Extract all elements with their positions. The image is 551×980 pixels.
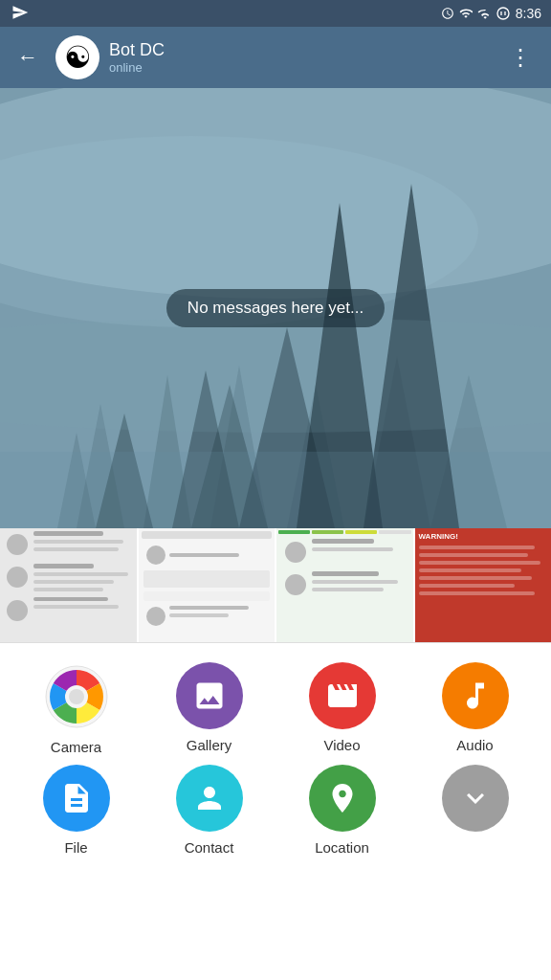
camera-label: Camera [51, 739, 101, 755]
gallery-item[interactable]: Gallery [157, 662, 262, 755]
svg-point-0 [497, 8, 509, 19]
chat-background: No messages here yet... [0, 88, 551, 528]
chat-name: Bot DC [109, 40, 492, 60]
status-icons: 8:36 [441, 6, 541, 21]
svg-rect-17 [0, 452, 551, 528]
status-time: 8:36 [516, 6, 541, 21]
gallery-label: Gallery [187, 737, 232, 753]
audio-icon-bg [442, 662, 509, 729]
avatar: ☯ [55, 35, 99, 79]
contact-label: Contact [185, 839, 234, 856]
contact-icon-bg [176, 765, 243, 832]
gallery-icon-bg [176, 662, 243, 729]
header-info: Bot DC online [109, 40, 492, 75]
screenshot-2[interactable] [139, 528, 277, 643]
attachment-grid: Camera Gallery Video [0, 643, 551, 875]
location-icon-bg [309, 765, 376, 832]
location-svg [325, 781, 360, 815]
more-item[interactable] [423, 765, 528, 856]
file-icon-bg [43, 765, 110, 832]
audio-item[interactable]: Audio [423, 662, 528, 755]
contact-svg [192, 781, 227, 815]
video-item[interactable]: Video [290, 662, 395, 755]
file-item[interactable]: File [24, 765, 129, 856]
video-svg [325, 679, 360, 713]
gallery-svg [192, 679, 227, 713]
contact-item[interactable]: Contact [157, 765, 262, 856]
signal-icon [477, 7, 491, 20]
camera-icon-bg [42, 662, 111, 731]
online-status: online [109, 60, 492, 75]
video-icon-bg [309, 662, 376, 729]
screenshot-3[interactable] [276, 528, 415, 643]
alarm-icon [441, 7, 454, 20]
camera-item[interactable]: Camera [24, 662, 129, 755]
chevron-down-icon [458, 781, 493, 815]
svg-point-18 [0, 318, 551, 433]
status-bar: 8:36 [0, 0, 551, 27]
wifi-icon [459, 7, 473, 20]
screenshot-1[interactable] [0, 528, 139, 643]
screenshot-strip: WARNING! [0, 528, 551, 643]
more-icon-bg [442, 765, 509, 832]
audio-label: Audio [456, 737, 493, 753]
back-button[interactable]: ← [10, 37, 46, 78]
location-item[interactable]: Location [290, 765, 395, 856]
file-label: File [64, 839, 87, 856]
send-icon [11, 4, 29, 21]
battery-icon [496, 6, 511, 21]
attachment-row-1: Camera Gallery Video [10, 662, 541, 755]
more-button[interactable]: ⋮ [501, 36, 541, 78]
svg-point-21 [69, 689, 84, 704]
video-label: Video [323, 737, 360, 753]
attachment-row-2: File Contact Location [10, 765, 541, 856]
file-svg [59, 781, 94, 815]
no-messages-label: No messages here yet... [166, 289, 385, 327]
header: ← ☯ Bot DC online ⋮ [0, 27, 551, 88]
location-label: Location [315, 839, 369, 856]
screenshot-4[interactable]: WARNING! [415, 528, 552, 643]
camera-svg [42, 662, 111, 731]
audio-svg [458, 679, 493, 713]
